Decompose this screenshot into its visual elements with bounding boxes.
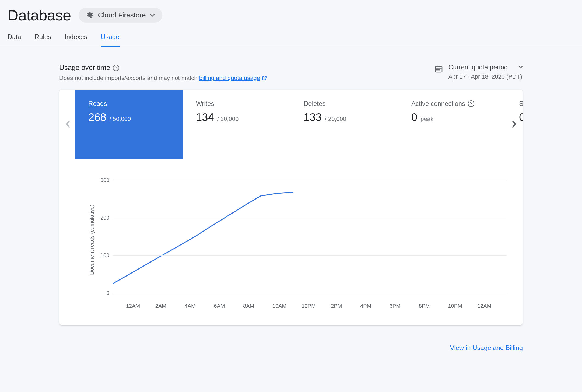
- billing-quota-link[interactable]: billing and quota usage: [199, 75, 267, 82]
- tabs-nav: Data Rules Indexes Usage: [0, 24, 582, 47]
- chart-line: [113, 180, 507, 293]
- usage-card: Reads 268 / 50,000 Writes 134 / 20,000: [59, 90, 523, 325]
- metrics-scroll-right[interactable]: [509, 117, 519, 131]
- firestore-icon: [86, 12, 94, 19]
- page-title: Database: [8, 6, 71, 24]
- database-selector[interactable]: Cloud Firestore: [79, 8, 163, 23]
- metrics-row: Reads 268 / 50,000 Writes 134 / 20,000: [59, 90, 523, 159]
- period-picker[interactable]: Current quota period Apr 17 - Apr 18, 20…: [434, 64, 523, 80]
- period-label: Current quota period: [448, 64, 508, 71]
- svg-rect-2: [439, 69, 440, 70]
- metric-value: 268: [88, 111, 106, 123]
- tab-data[interactable]: Data: [8, 33, 21, 47]
- calendar-icon: [434, 65, 443, 73]
- section-subtitle: Does not include imports/exports and may…: [59, 75, 267, 82]
- metric-deletes[interactable]: Deletes 133 / 20,000: [291, 90, 398, 159]
- metric-value: 134: [196, 111, 214, 123]
- svg-rect-1: [437, 69, 438, 70]
- metric-label: Active connections: [411, 100, 465, 107]
- database-selector-label: Cloud Firestore: [98, 11, 146, 19]
- tab-indexes[interactable]: Indexes: [65, 33, 87, 47]
- metric-active-connections[interactable]: Active connections ? 0 peak: [398, 90, 506, 159]
- metric-denom: peak: [420, 116, 433, 122]
- external-link-icon: [262, 75, 267, 81]
- dropdown-caret-icon: [150, 14, 155, 17]
- metric-denom: / 50,000: [110, 116, 131, 122]
- section-title: Usage over time: [59, 64, 110, 72]
- view-usage-billing-link[interactable]: View in Usage and Billing: [450, 344, 523, 351]
- chart-plot: [113, 180, 507, 293]
- chart-y-axis-label: Document reads (cumulative): [89, 180, 95, 299]
- metric-value: 133: [304, 111, 322, 123]
- metric-label: Deletes: [304, 100, 325, 107]
- help-icon[interactable]: ?: [468, 100, 474, 107]
- metric-denom: / 20,000: [325, 116, 346, 122]
- metric-writes[interactable]: Writes 134 / 20,000: [183, 90, 291, 159]
- metric-value: 0: [411, 111, 417, 123]
- tab-rules[interactable]: Rules: [35, 33, 51, 47]
- tab-usage[interactable]: Usage: [101, 33, 119, 47]
- chart-area: Document reads (cumulative) 300 200 100 …: [59, 159, 523, 325]
- metric-label: Reads: [88, 100, 107, 107]
- dropdown-caret-icon: [518, 66, 523, 69]
- help-icon[interactable]: ?: [113, 65, 119, 71]
- chart-y-ticks: 300 200 100 0: [100, 177, 113, 296]
- metric-reads[interactable]: Reads 268 / 50,000: [75, 90, 183, 159]
- metric-value: 0: [519, 111, 523, 123]
- period-range: Apr 17 - Apr 18, 2020 (PDT): [448, 73, 523, 80]
- chart-x-ticks: 12AM2AM4AM6AM8AM10AM12PM2PM4PM6PM8PM10PM…: [134, 303, 507, 309]
- metric-label: Writes: [196, 100, 214, 107]
- metric-denom: / 20,000: [217, 116, 239, 122]
- metrics-scroll-left[interactable]: [63, 117, 73, 131]
- metric-label: Snapsh: [519, 100, 523, 107]
